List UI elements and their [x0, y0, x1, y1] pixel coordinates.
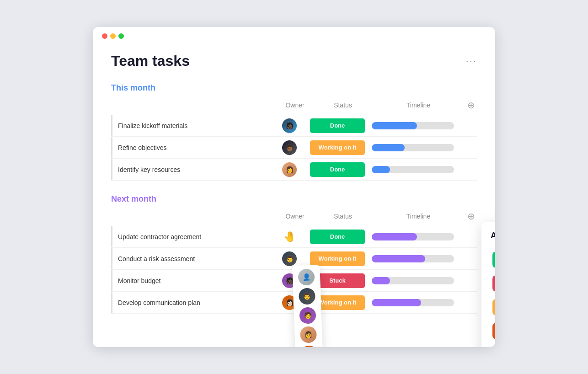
add-col-header-nm: ⊕: [464, 209, 478, 223]
column-option-location[interactable]: 📍 Location: [491, 343, 495, 347]
status-cell[interactable]: Working on it: [308, 251, 367, 266]
status-badge: Done: [310, 230, 365, 244]
status-badge: Done: [310, 118, 365, 133]
owner-cell: 👩: [271, 162, 308, 177]
column-option-status[interactable]: ≡ Status: [491, 248, 495, 272]
content-area: Team tasks ··· This month Owner Status T…: [93, 39, 495, 341]
status-col-header: Status: [313, 213, 373, 220]
add-column-button-next-month[interactable]: ⊕: [464, 209, 478, 223]
panel-title: Add new column: [491, 231, 495, 240]
task-name: Monitor budget: [111, 270, 271, 291]
float-avatar-4: 👩: [300, 326, 317, 343]
next-month-title: Next month: [111, 194, 477, 204]
owner-cell: 🧑🏿: [271, 118, 308, 133]
next-month-section: Next month Owner Status Timeline ⊕ Updat…: [111, 194, 477, 314]
minimize-dot[interactable]: [110, 33, 116, 39]
timeline-fill: [372, 255, 425, 262]
table-row: Refine objectives 👨🏾 Working on it: [111, 137, 477, 159]
more-options-button[interactable]: ···: [466, 55, 477, 67]
task-name: Refine objectives: [111, 137, 271, 158]
status-badge: Working on it: [310, 140, 365, 155]
timeline-cell: [367, 277, 459, 284]
add-column-button-this-month[interactable]: ⊕: [464, 98, 478, 112]
timeline-bar: [372, 277, 454, 284]
status-cell[interactable]: Working on it: [308, 140, 367, 155]
float-avatar-1: 👤: [298, 268, 315, 285]
timeline-cell: [367, 166, 459, 173]
timeline-cell: [367, 299, 459, 306]
floating-avatars-card: 👤 👨 🧑 👩 👱: [292, 265, 323, 347]
column-option-formula[interactable]: ƒ Formula: [491, 319, 495, 343]
avatar: 👨🏾: [282, 140, 297, 155]
owner-cell: 👨🏾: [271, 140, 308, 155]
owner-cell: 👨: [271, 251, 308, 266]
status-badge: Done: [310, 162, 365, 177]
avatar: 🧑🏿: [282, 118, 297, 133]
timeline-bar: [372, 233, 454, 240]
time-tracking-col-icon: ◎: [492, 299, 495, 315]
status-col-icon: ≡: [492, 251, 495, 268]
task-name: Update contractor agreement: [111, 226, 271, 247]
status-cell[interactable]: Done: [308, 162, 367, 177]
timeline-col-header: Timeline: [373, 213, 464, 220]
status-cell[interactable]: Done: [308, 230, 367, 244]
next-month-table-header: Owner Status Timeline ⊕: [111, 209, 477, 226]
column-option-tags[interactable]: # Tags: [491, 272, 495, 295]
table-row: Identify key resources 👩 Done: [111, 159, 477, 181]
float-avatar-5: 👱: [300, 345, 317, 347]
formula-col-icon: ƒ: [492, 323, 495, 339]
status-cell[interactable]: Done: [308, 118, 367, 133]
task-name: Develop communication plan: [111, 292, 271, 313]
timeline-cell: [367, 122, 459, 129]
column-option-time-tracking[interactable]: ◎ Time tracking: [491, 295, 495, 319]
table-row: Update contractor agreement 🤚 Done: [111, 226, 477, 248]
timeline-col-header: Timeline: [373, 102, 464, 109]
main-window: Team tasks ··· This month Owner Status T…: [93, 27, 495, 347]
this-month-table-header: Owner Status Timeline ⊕: [111, 98, 477, 115]
page-title: Team tasks: [111, 53, 190, 69]
avatar: 👩: [282, 162, 297, 177]
timeline-bar: [372, 122, 454, 129]
maximize-dot[interactable]: [118, 33, 124, 39]
title-bar: [93, 27, 495, 39]
timeline-fill: [372, 233, 417, 240]
timeline-cell: [367, 255, 459, 262]
timeline-bar: [372, 166, 454, 173]
float-avatar-2: 👨: [299, 288, 315, 305]
float-avatar-3: 🧑: [299, 307, 316, 324]
timeline-fill: [372, 144, 405, 151]
close-dot[interactable]: [102, 33, 107, 39]
status-badge: Working on it: [310, 251, 365, 266]
timeline-cell: [367, 144, 459, 151]
owner-col-header: Owner: [277, 102, 313, 109]
timeline-fill: [372, 277, 390, 284]
avatar: 👨: [282, 251, 297, 266]
table-row: Finalize kickoff materials 🧑🏿 Done: [111, 115, 477, 137]
tags-col-icon: #: [492, 275, 495, 292]
task-name: Identify key resources: [111, 159, 271, 180]
timeline-bar: [372, 144, 454, 151]
add-column-panel: Add new column ≡ Status # Tags ◎ Time tr…: [481, 222, 495, 347]
task-name: Conduct a risk assessment: [111, 248, 271, 269]
timeline-cell: [367, 233, 459, 240]
timeline-bar: [372, 299, 454, 306]
timeline-fill: [372, 299, 421, 306]
task-name: Finalize kickoff materials: [111, 115, 271, 136]
add-col-header: ⊕: [464, 98, 478, 112]
cursor-icon: 🤚: [282, 230, 297, 244]
this-month-section: This month Owner Status Timeline ⊕ Final…: [111, 83, 477, 181]
timeline-fill: [372, 122, 417, 129]
this-month-title: This month: [111, 83, 477, 93]
page-header: Team tasks ···: [111, 53, 477, 69]
owner-cell: 🤚: [271, 230, 308, 244]
timeline-fill: [372, 166, 390, 173]
timeline-bar: [372, 255, 454, 262]
status-col-header: Status: [313, 102, 373, 109]
owner-col-header: Owner: [277, 213, 313, 220]
location-col-icon: 📍: [492, 347, 495, 347]
